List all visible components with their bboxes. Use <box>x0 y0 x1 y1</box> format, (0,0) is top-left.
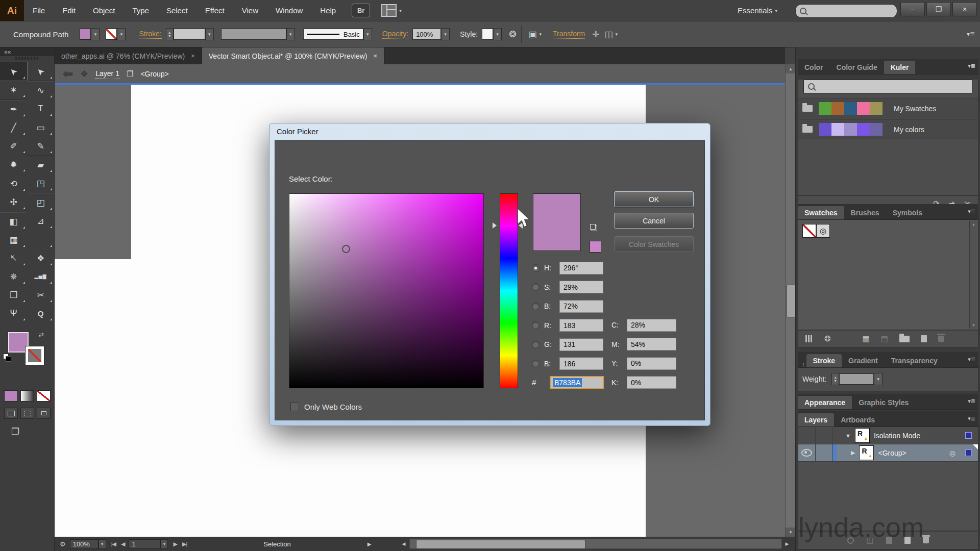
tab-artboards[interactable]: Artboards <box>834 413 881 427</box>
none-button[interactable] <box>37 390 51 402</box>
search-input[interactable] <box>795 4 897 18</box>
blob-brush-tool[interactable]: ✹ <box>0 155 27 173</box>
weight-dropdown[interactable]: ▼ <box>874 373 883 385</box>
swatch-group-row[interactable]: My colors <box>798 119 978 139</box>
color-chip[interactable] <box>819 123 831 136</box>
draw-normal-button[interactable] <box>4 408 18 419</box>
color-chip[interactable] <box>857 102 870 115</box>
radio-button[interactable] <box>532 283 540 291</box>
close-tab-icon[interactable]: × <box>373 52 377 60</box>
value-field[interactable]: 296° <box>559 262 603 274</box>
mesh-tool[interactable]: ▦ <box>0 231 27 249</box>
gradient-button[interactable] <box>20 390 34 402</box>
gradient-tool[interactable] <box>27 231 54 249</box>
scroll-up-icon[interactable]: ▲ <box>972 222 975 226</box>
value-field[interactable]: 0% <box>627 357 676 370</box>
tab-other-apps[interactable]: other_apps.ai @ 76% (CMYK/Preview) × <box>55 47 202 64</box>
tab-appearance[interactable]: Appearance <box>798 396 852 409</box>
value-field[interactable]: 0% <box>627 376 676 389</box>
stroke-weight-label[interactable]: Stroke: <box>139 30 161 39</box>
weight-field[interactable] <box>839 373 874 385</box>
value-field[interactable]: 183 <box>559 319 603 332</box>
rotate-tool[interactable]: ⟲ <box>0 174 27 193</box>
menu-view[interactable]: View <box>233 0 267 21</box>
value-field[interactable]: 28% <box>627 319 676 332</box>
color-button[interactable] <box>4 390 18 402</box>
vertical-scroll-thumb[interactable] <box>787 285 796 317</box>
cycle-panel-icon[interactable]: ↕ <box>798 361 805 367</box>
cancel-button[interactable]: Cancel <box>614 213 694 229</box>
breadcrumb-layer[interactable]: Layer 1 <box>95 69 119 79</box>
blend-tool[interactable]: ❖ <box>27 249 54 267</box>
arrange-documents-button[interactable]: ▾ <box>370 4 402 17</box>
opacity-dropdown[interactable]: ▼ <box>441 28 450 40</box>
close-tab-icon[interactable]: × <box>191 52 195 60</box>
color-chip[interactable] <box>844 123 857 136</box>
perspective-grid-tool[interactable]: ⊿ <box>27 212 54 230</box>
last-artboard-button[interactable]: ▶| <box>182 541 187 547</box>
menu-edit[interactable]: Edit <box>54 0 84 21</box>
swatch-options-icon[interactable]: ▤ <box>881 334 888 343</box>
bridge-button[interactable]: Br <box>352 4 370 17</box>
tab-vector-smart-object[interactable]: Vector Smart Object.ai* @ 100% (CMYK/Pre… <box>202 47 384 64</box>
rectangle-tool[interactable]: ▭ <box>27 118 54 137</box>
column-graph-tool[interactable]: ▂▅▇ <box>27 267 54 286</box>
align-icon[interactable]: ✛ <box>592 29 599 40</box>
fill-color-swatch[interactable] <box>80 29 91 40</box>
width-profile-dropdown[interactable]: ▼ <box>363 28 372 40</box>
tab-graphic-styles[interactable]: Graphic Styles <box>852 396 915 409</box>
registration-swatch[interactable]: ◎ <box>816 224 830 238</box>
menu-effect[interactable]: Effect <box>197 0 233 21</box>
delete-swatch-icon[interactable] <box>938 336 944 342</box>
fill-dropdown[interactable]: ▼ <box>91 28 100 40</box>
tab-brushes[interactable]: Brushes <box>844 206 886 219</box>
slice-tool[interactable]: ✂ <box>27 286 54 304</box>
kuler-search-input[interactable] <box>803 80 973 93</box>
paintbrush-tool[interactable]: ✐ <box>0 137 27 155</box>
menu-select[interactable]: Select <box>158 0 197 21</box>
hue-marker-left[interactable] <box>493 222 497 229</box>
artboard-dropdown[interactable]: ▼ <box>160 539 168 549</box>
panel-menu-icon[interactable]: ▾≣ <box>968 398 975 405</box>
tab-gradient[interactable]: Gradient <box>842 354 885 367</box>
variable-width-profile-field[interactable]: Basic <box>303 29 363 40</box>
target-indicator[interactable] <box>965 432 972 439</box>
radio-button[interactable] <box>532 341 540 348</box>
zoom-level-field[interactable]: 100% <box>70 539 99 549</box>
status-expand-icon[interactable]: ▶ <box>368 541 372 547</box>
color-swatches-button[interactable]: Color Swatches <box>614 236 694 252</box>
tab-stroke[interactable]: Stroke <box>806 354 842 367</box>
stroke-weight-stepper[interactable]: ▲▼ <box>166 28 174 40</box>
color-chip[interactable] <box>844 102 857 115</box>
draw-inside-button[interactable] <box>37 408 51 419</box>
value-field[interactable]: 54% <box>627 338 676 350</box>
out-of-web-gamut-icon[interactable] <box>592 226 597 231</box>
color-chip[interactable] <box>870 102 883 115</box>
radio-button[interactable] <box>532 264 540 272</box>
tab-swatches[interactable]: Swatches <box>798 206 844 219</box>
none-swatch[interactable] <box>802 224 816 238</box>
first-artboard-button[interactable]: |◀ <box>111 541 116 547</box>
value-field[interactable]: 186 <box>559 357 603 370</box>
opacity-field[interactable]: 100% <box>412 29 441 40</box>
width-tool[interactable]: ✣ <box>0 193 27 211</box>
recolor-artwork-icon[interactable]: ❂ <box>509 29 516 40</box>
ok-button[interactable]: OK <box>614 191 694 207</box>
style-dropdown[interactable]: ▼ <box>493 28 502 40</box>
color-chip[interactable] <box>819 102 831 115</box>
color-field-marker[interactable] <box>342 245 350 253</box>
layers-row-isolation[interactable]: ▼ Isolation Mode <box>798 427 978 444</box>
direct-selection-tool[interactable]: ➤ <box>27 62 54 81</box>
swap-fill-stroke-icon[interactable]: ⇄ <box>39 331 44 338</box>
stroke-dropdown[interactable]: ▼ <box>117 28 126 40</box>
artboard-options-gear-icon[interactable]: ⚙ <box>60 540 66 548</box>
value-field[interactable]: 131 <box>559 338 603 351</box>
menu-window[interactable]: Window <box>267 0 311 21</box>
menu-file[interactable]: File <box>24 0 54 21</box>
stroke-weight-field[interactable] <box>174 29 205 40</box>
workspace-switcher[interactable]: Essentials ▾ <box>738 0 777 21</box>
stroke-weight-dropdown[interactable]: ▼ <box>205 28 214 40</box>
tab-color-guide[interactable]: Color Guide <box>830 61 884 74</box>
scroll-down-icon[interactable]: ▼ <box>972 323 975 327</box>
color-chip[interactable] <box>831 123 844 136</box>
